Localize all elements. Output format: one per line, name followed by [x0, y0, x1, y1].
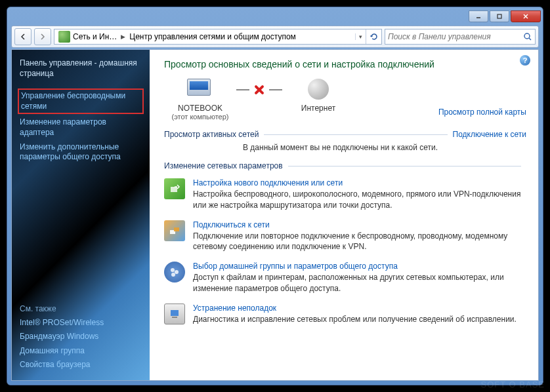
maximize-button[interactable]	[490, 10, 509, 22]
main-panel: ? Просмотр основных сведений о сети и на…	[150, 50, 538, 380]
search-box[interactable]	[385, 29, 536, 45]
network-category-icon	[58, 31, 70, 43]
connect-to-network-link[interactable]: Подключение к сети	[453, 130, 526, 139]
help-button[interactable]: ?	[520, 55, 530, 66]
search-icon	[523, 32, 532, 41]
connect-network-icon	[164, 220, 185, 241]
search-input[interactable]	[388, 32, 523, 41]
sidebar: Панель управления - домашняя страница Уп…	[12, 50, 150, 380]
globe-icon	[308, 79, 329, 100]
minimize-button[interactable]	[469, 10, 488, 22]
active-networks-section: Просмотр активных сетей Подключение к се…	[164, 130, 526, 152]
task-desc: Настройка беспроводного, широкополосного…	[193, 189, 526, 211]
x-icon	[253, 84, 265, 96]
network-node-this-pc: NOTEBOOK (этот компьютер)	[164, 79, 236, 121]
forward-button[interactable]	[34, 28, 51, 45]
breadcrumb-segment[interactable]: Центр управления сетями и общим доступом	[129, 32, 296, 41]
address-bar[interactable]: Сеть и Ин… ▶ Центр управления сетями и о…	[54, 29, 382, 45]
svg-rect-13	[172, 317, 177, 318]
window-frame: Сеть и Ин… ▶ Центр управления сетями и о…	[7, 7, 543, 385]
svg-point-9	[171, 268, 175, 272]
address-dropdown-button[interactable]: ▾	[355, 33, 366, 40]
task-link[interactable]: Настройка нового подключения или сети	[193, 178, 526, 187]
svg-point-4	[524, 33, 530, 39]
refresh-button[interactable]	[366, 29, 381, 44]
task-desc: Подключение или повторное подключение к …	[193, 231, 526, 253]
svg-point-11	[171, 273, 175, 277]
no-networks-text: В данный момент вы не подключены ни к ка…	[164, 143, 526, 152]
node-label: Интернет	[282, 104, 354, 113]
sidebar-adapter-link[interactable]: Изменение параметров адаптера	[20, 115, 142, 140]
sidebar-intel-link[interactable]: Intel® PROSet/Wireless	[20, 316, 142, 330]
sidebar-homegroup-link[interactable]: Домашняя группа	[20, 344, 142, 359]
sidebar-firewall-link[interactable]: Брандмауэр Windows	[20, 330, 142, 344]
task-connect-network: Подключиться к сети Подключение или повт…	[164, 220, 526, 253]
page-title: Просмотр основных сведений о сети и наст…	[164, 59, 526, 69]
sidebar-see-also-heading: См. также	[20, 304, 142, 313]
chevron-right-icon[interactable]: ▶	[119, 33, 127, 40]
svg-rect-8	[174, 227, 179, 231]
network-node-internet: Интернет	[282, 79, 354, 113]
node-label: NOTEBOOK	[164, 104, 236, 113]
back-button[interactable]	[14, 28, 32, 45]
task-link[interactable]: Устранение неполадок	[193, 304, 526, 313]
task-homegroup: Выбор домашней группы и параметров общег…	[164, 262, 526, 294]
homegroup-icon	[164, 262, 185, 283]
node-sublabel: (этот компьютер)	[164, 113, 236, 121]
task-troubleshoot: Устранение неполадок Диагностика и испра…	[164, 304, 526, 325]
task-link[interactable]: Выбор домашней группы и параметров общег…	[193, 262, 526, 271]
watermark: SOFT O BASE	[481, 380, 545, 389]
setup-connection-icon	[164, 178, 185, 199]
sidebar-home-link[interactable]: Панель управления - домашняя страница	[20, 56, 142, 81]
navbar: Сеть и Ин… ▶ Центр управления сетями и о…	[11, 26, 539, 48]
view-full-map-link[interactable]: Просмотр полной карты	[438, 108, 526, 117]
section-heading: Изменение сетевых параметров	[164, 161, 283, 170]
change-settings-section: Изменение сетевых параметров Настройка н…	[164, 161, 526, 325]
task-desc: Диагностика и исправление сетевых пробле…	[193, 314, 526, 325]
svg-rect-6	[171, 187, 177, 192]
section-heading: Просмотр активных сетей	[164, 130, 259, 139]
svg-point-10	[175, 270, 179, 274]
computer-icon	[187, 79, 211, 96]
task-link[interactable]: Подключиться к сети	[193, 220, 526, 229]
titlebar	[7, 7, 543, 26]
task-desc: Доступ к файлам и принтерам, расположенн…	[193, 272, 526, 294]
svg-rect-1	[497, 14, 501, 18]
breadcrumb-segment[interactable]: Сеть и Ин…	[73, 32, 117, 41]
network-connection-broken	[236, 79, 282, 101]
close-button[interactable]	[511, 10, 541, 22]
task-setup-connection: Настройка нового подключения или сети На…	[164, 178, 526, 211]
sidebar-browser-link[interactable]: Свойства браузера	[20, 358, 142, 372]
sidebar-wireless-link[interactable]: Управление беспроводными сетями	[18, 88, 144, 114]
svg-rect-12	[171, 310, 179, 316]
content-area: Панель управления - домашняя страница Уп…	[11, 49, 539, 381]
troubleshoot-icon	[164, 304, 185, 324]
svg-line-5	[529, 38, 531, 40]
sidebar-see-also: См. также Intel® PROSet/Wireless Брандма…	[20, 304, 142, 372]
network-map: NOTEBOOK (этот компьютер) Интернет Просм…	[164, 79, 526, 121]
sidebar-sharing-link[interactable]: Изменить дополнительные параметры общего…	[20, 140, 142, 165]
